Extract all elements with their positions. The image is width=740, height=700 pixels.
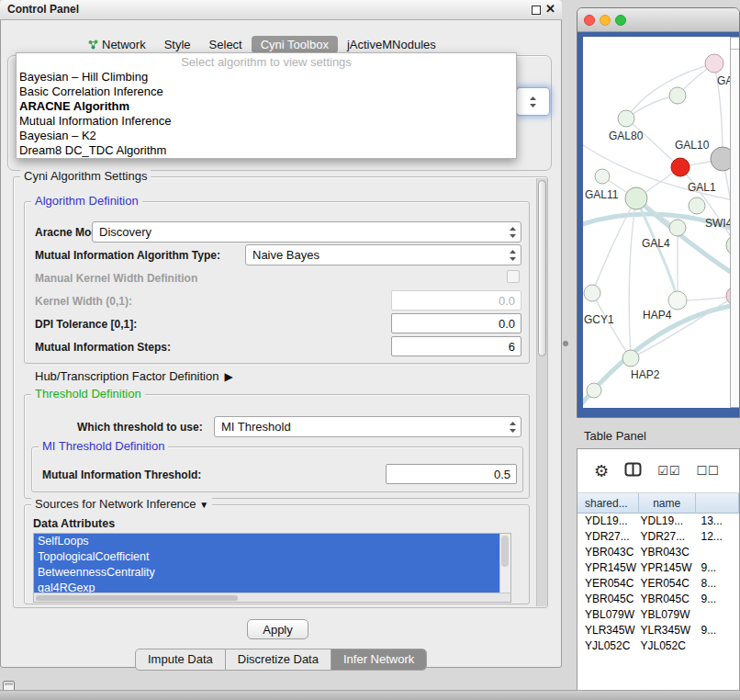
table-cell: YBR043C <box>638 545 695 560</box>
table-row[interactable]: YPR145WYPR145W9... <box>577 560 739 576</box>
tab-label: Select <box>209 38 242 51</box>
table-row[interactable]: YBR043CYBR043C <box>577 545 739 560</box>
network-scrollbar[interactable] <box>730 37 740 408</box>
close-icon[interactable]: ✕ <box>545 2 555 16</box>
network-edge[interactable] <box>626 119 680 167</box>
tab-style[interactable]: Style <box>155 36 200 53</box>
tab-label: Cyni Toolbox <box>261 38 329 51</box>
gear-icon[interactable]: ⚙ <box>594 463 609 480</box>
settings-scrollbar[interactable] <box>536 178 547 606</box>
control-panel-titlebar[interactable]: Control Panel ✕ <box>0 0 562 20</box>
column-header-name[interactable]: name <box>639 493 696 514</box>
settings-scrollbar-thumb[interactable] <box>538 180 546 356</box>
table-cell <box>695 638 739 654</box>
network-node[interactable] <box>711 147 730 171</box>
table-row[interactable]: YJL052CYJL052C <box>577 638 739 654</box>
network-node[interactable] <box>595 169 610 184</box>
panel-splitter-handle[interactable] <box>563 341 568 346</box>
close-traffic-light-icon[interactable] <box>584 15 595 26</box>
network-node-label: GAL4 <box>642 237 670 250</box>
network-node[interactable] <box>587 383 601 398</box>
table-row[interactable]: YER054CYER054C8... <box>577 576 739 592</box>
minimize-traffic-light-icon[interactable] <box>600 15 611 26</box>
zoom-traffic-light-icon[interactable] <box>615 15 626 26</box>
network-node[interactable] <box>669 87 686 104</box>
kernel-width-field[interactable]: 0.0 <box>391 290 521 310</box>
network-window-frame: GALGAL80GAL10GAL11GAL1SWI4GAL4GCY1HAP4HA… <box>577 32 739 418</box>
network-node[interactable] <box>705 54 723 73</box>
table-row[interactable]: YBL079WYBL079W <box>577 607 739 623</box>
data-attributes-listbox[interactable]: SelfLoopsTopologicalCoefficientBetweenne… <box>33 533 511 603</box>
network-node[interactable] <box>669 220 686 236</box>
column-header-shared[interactable]: shared... <box>577 493 639 514</box>
table-cell: YER054C <box>577 576 638 592</box>
tab-cyni-toolbox[interactable]: Cyni Toolbox <box>252 36 338 53</box>
network-canvas-svg: GALGAL80GAL10GAL11GAL1SWI4GAL4GCY1HAP4HA… <box>583 37 730 408</box>
dropdown-item-bayesian-k2[interactable]: Bayesian – K2 <box>17 129 516 143</box>
network-node[interactable] <box>668 291 687 310</box>
columns-icon[interactable] <box>624 462 642 480</box>
dpi-tolerance-label: DPI Tolerance [0,1]: <box>35 318 137 331</box>
network-window-titlebar[interactable] <box>577 8 739 32</box>
network-node[interactable] <box>622 350 639 367</box>
table-row[interactable]: YDR27...YDR27...12... <box>577 529 739 545</box>
algorithm-dropdown-popup: Select algorithm to view settings Bayesi… <box>16 52 517 159</box>
network-edge[interactable] <box>629 198 636 358</box>
table-row[interactable]: YDL19...YDL19...13... <box>577 514 739 529</box>
deselect-all-checks-icon[interactable]: ☐☐ <box>696 465 719 477</box>
table-cell: YJL052C <box>577 638 638 654</box>
network-node-label: SWI4 <box>705 217 730 230</box>
sources-group-title[interactable]: Sources for Network Inference ▼ <box>31 497 212 511</box>
attributes-hscrollbar-thumb[interactable] <box>36 595 238 601</box>
network-node[interactable] <box>618 110 634 127</box>
tab-jactivemnodules[interactable]: jActiveMNodules <box>338 36 445 53</box>
attribute-item-betweennesscentrality[interactable]: BetweennessCentrality <box>34 565 503 581</box>
network-canvas[interactable]: GALGAL80GAL10GAL11GAL1SWI4GAL4GCY1HAP4HA… <box>583 37 730 408</box>
tab-network[interactable]: Network <box>79 36 155 53</box>
manual-kernel-checkbox[interactable] <box>507 270 520 283</box>
tab-select[interactable]: Select <box>200 36 252 53</box>
network-node[interactable] <box>689 198 705 214</box>
cyni-settings-title: Cyni Algorithm Settings <box>20 169 151 183</box>
attributes-hscrollbar[interactable] <box>34 593 510 602</box>
manual-kernel-label: Manual Kernel Width Definition <box>35 272 197 285</box>
attribute-item-topologicalcoefficient[interactable]: TopologicalCoefficient <box>34 549 503 565</box>
mi-type-select[interactable]: Naive Bayes <box>245 244 521 265</box>
combo-arrows-icon <box>530 96 536 107</box>
top-tab-bar: NetworkStyleSelectCyni ToolboxjActiveMNo… <box>79 35 445 53</box>
hub-definition-header[interactable]: Hub/Transcription Factor Definition ▶ <box>35 369 233 383</box>
attributes-scrollbar[interactable] <box>499 534 510 593</box>
tab-infer-network[interactable]: Infer Network <box>331 649 426 670</box>
dropdown-item-basic-correlation-inference[interactable]: Basic Correlation Inference <box>17 85 516 99</box>
select-all-checks-icon[interactable]: ☑☑ <box>657 465 680 477</box>
network-node[interactable] <box>625 187 647 209</box>
mi-threshold-field[interactable]: 0.5 <box>386 464 517 484</box>
table-cell: 8... <box>695 576 739 592</box>
attributes-scrollbar-thumb[interactable] <box>501 536 509 567</box>
tab-discretize-data[interactable]: Discretize Data <box>225 649 331 670</box>
mi-steps-field[interactable]: 6 <box>391 336 521 356</box>
table-cell: YBL079W <box>638 607 695 623</box>
scroll-up-button[interactable] <box>731 38 740 50</box>
column-header-col2[interactable] <box>696 493 739 514</box>
float-window-icon[interactable] <box>532 6 541 15</box>
aracne-mode-select[interactable]: Discovery <box>92 221 521 243</box>
apply-button-label: Apply <box>263 623 293 637</box>
dropdown-item-dream8-dc-tdc-algorithm[interactable]: Dream8 DC_TDC Algorithm <box>17 143 516 158</box>
table-row[interactable]: YBR045CYBR045C9... <box>577 592 739 607</box>
table-row[interactable]: YLR345WYLR345W9... <box>577 623 739 638</box>
tab-label: Style <box>164 38 191 51</box>
dropdown-item-bayesian-hill-climbing[interactable]: Bayesian – Hill Climbing <box>17 70 516 85</box>
algorithm-combo-fragment[interactable] <box>516 87 550 116</box>
dropdown-item-mutual-information-inference[interactable]: Mutual Information Inference <box>17 114 516 129</box>
network-node[interactable] <box>671 158 690 176</box>
which-threshold-select[interactable]: MI Threshold <box>214 416 521 437</box>
tab-impute-data[interactable]: Impute Data <box>136 649 225 670</box>
attribute-item-selfloops[interactable]: SelfLoops <box>34 534 503 549</box>
dpi-tolerance-field[interactable]: 0.0 <box>391 313 521 333</box>
dropdown-item-aracne-algorithm[interactable]: ARACNE Algorithm <box>17 99 516 114</box>
apply-button[interactable]: Apply <box>247 619 308 639</box>
network-node[interactable] <box>584 285 600 301</box>
algorithm-dropdown-list: Bayesian – Hill ClimbingBasic Correlatio… <box>17 70 516 158</box>
mi-type-value: Naive Bayes <box>246 248 320 262</box>
